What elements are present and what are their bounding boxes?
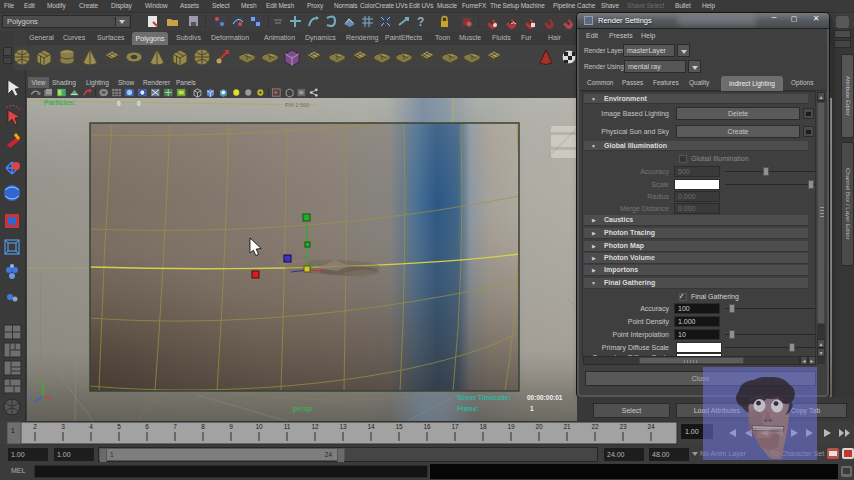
svg-text:18: 18 [479,423,487,430]
svg-text:19: 19 [507,423,515,430]
svg-text:21: 21 [563,423,571,430]
svg-text:?: ? [417,15,424,29]
svg-text:10: 10 [255,423,263,430]
svg-text:12: 12 [311,423,319,430]
svg-text:2: 2 [33,423,37,430]
svg-text:15: 15 [395,423,403,430]
svg-text:5: 5 [117,423,121,430]
svg-text:4: 4 [89,423,93,430]
svg-text:8: 8 [201,423,205,430]
svg-text:24: 24 [647,423,655,430]
svg-text:16: 16 [423,423,431,430]
svg-text:17: 17 [451,423,459,430]
svg-text:3: 3 [61,423,65,430]
svg-text:11: 11 [284,423,291,430]
svg-text:14: 14 [367,423,375,430]
svg-text:1: 1 [11,427,15,434]
svg-text:13: 13 [339,423,347,430]
svg-text:20: 20 [535,423,543,430]
svg-text:1.00: 1.00 [685,428,699,435]
svg-text:6: 6 [145,423,149,430]
svg-text:y: y [39,377,42,383]
svg-text:9: 9 [229,423,233,430]
svg-text:7: 7 [173,423,177,430]
svg-text:z: z [29,395,32,401]
svg-text:23: 23 [619,423,627,430]
svg-text:22: 22 [591,423,599,430]
